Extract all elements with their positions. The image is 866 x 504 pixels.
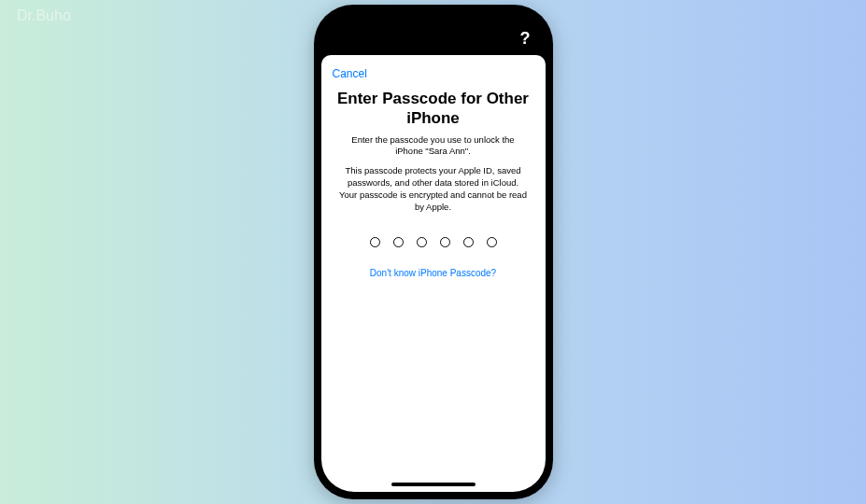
modal-title: Enter Passcode for Other iPhone	[321, 85, 546, 134]
modal-body-text: This passcode protects your Apple ID, sa…	[321, 165, 546, 230]
passcode-dot	[370, 237, 380, 247]
phone-screen: ? Cancel Enter Passcode for Other iPhone…	[321, 12, 546, 492]
dynamic-island	[400, 19, 467, 39]
passcode-input[interactable]	[321, 230, 546, 266]
passcode-dot	[393, 237, 404, 247]
passcode-dot	[487, 237, 497, 247]
modal-subtitle: Enter the passcode you use to unlock the…	[321, 134, 546, 166]
cancel-button[interactable]: Cancel	[333, 67, 367, 80]
passcode-dot	[463, 237, 474, 247]
help-icon[interactable]: ?	[520, 29, 531, 49]
modal-header: Cancel	[321, 55, 546, 85]
phone-frame: ? Cancel Enter Passcode for Other iPhone…	[314, 5, 553, 499]
home-indicator[interactable]	[391, 483, 476, 486]
passcode-modal: Cancel Enter Passcode for Other iPhone E…	[321, 55, 546, 492]
passcode-dot	[440, 237, 450, 247]
watermark-text: Dr.Buho	[17, 7, 71, 24]
passcode-dot	[417, 237, 427, 247]
forgot-passcode-link[interactable]: Don't know iPhone Passcode?	[321, 266, 546, 280]
